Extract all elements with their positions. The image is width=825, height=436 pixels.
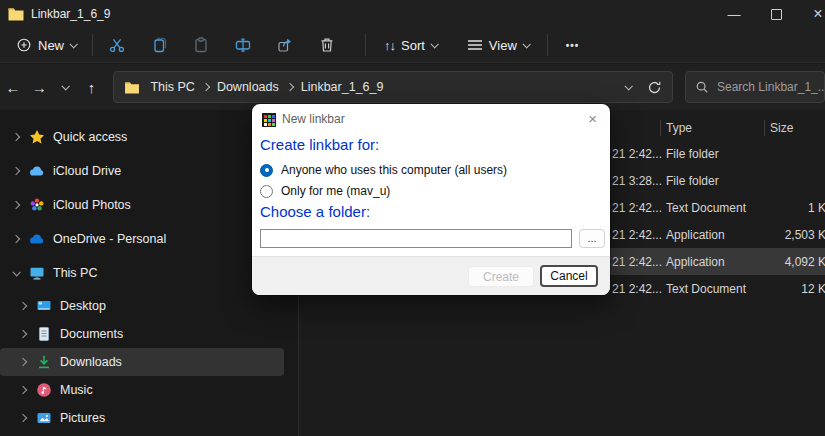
minimize-icon: — [728, 7, 741, 22]
recent-locations-button[interactable] [52, 72, 78, 102]
linkbar-app-icon [262, 113, 276, 127]
sort-button-label: Sort [401, 38, 425, 53]
new-button[interactable]: New [10, 31, 82, 59]
onedrive-cloud-icon [29, 231, 45, 247]
close-icon: × [588, 110, 597, 127]
toolbar: New ↑↓ Sort [0, 28, 825, 63]
create-button[interactable]: Create [468, 266, 534, 287]
view-button[interactable]: View [459, 31, 537, 59]
chevron-down-icon [62, 82, 70, 90]
minimize-button[interactable]: — [713, 0, 755, 28]
copy-button[interactable] [145, 31, 173, 59]
close-icon: × [813, 5, 822, 23]
sidebar-item-label: This PC [53, 266, 97, 280]
photos-flower-icon [29, 197, 45, 213]
chevron-right-icon[interactable] [15, 298, 31, 314]
dialog-close-button[interactable]: × [588, 109, 597, 129]
address-dropdown-chevron-icon[interactable] [624, 82, 632, 90]
folder-icon [124, 81, 140, 94]
dialog-footer: Create Cancel [252, 256, 610, 295]
cancel-button[interactable]: Cancel [540, 265, 598, 287]
close-button[interactable]: × [797, 0, 825, 28]
more-dots-icon: ••• [566, 40, 580, 51]
sidebar-item-label: Pictures [60, 411, 105, 425]
sidebar-item-icloud-drive[interactable]: iCloud Drive [0, 156, 284, 186]
up-button[interactable]: ↑ [78, 72, 104, 102]
address-breadcrumb-bar[interactable]: This PC Downloads Linkbar_1_6_9 [113, 71, 673, 103]
chevron-right-icon[interactable] [15, 354, 31, 370]
toolbar-separator [547, 34, 548, 56]
chevron-right-icon [285, 83, 293, 91]
sidebar-item-this-pc[interactable]: This PC [0, 258, 284, 288]
sidebar-item-label: OneDrive - Personal [53, 232, 166, 246]
sidebar-item-label: Quick access [53, 130, 127, 144]
rename-icon [234, 36, 252, 54]
maximize-button[interactable] [755, 0, 797, 28]
browse-button[interactable]: ... [579, 229, 605, 248]
rename-button[interactable] [229, 31, 257, 59]
sidebar-item-downloads[interactable]: Downloads [0, 348, 284, 376]
column-header-type[interactable]: Type [666, 121, 692, 135]
sidebar-item-onedrive[interactable]: OneDrive - Personal [0, 224, 284, 254]
cell-type: File folder [666, 147, 719, 161]
folder-path-input[interactable] [260, 229, 572, 248]
sidebar-item-label: Desktop [60, 299, 106, 313]
radio-selected-icon[interactable] [260, 164, 273, 177]
pictures-icon [36, 410, 52, 426]
paste-button[interactable] [187, 31, 215, 59]
toolbar-separator [365, 34, 366, 56]
cell-date-modified: 21 2:42... [612, 228, 662, 242]
chevron-right-icon[interactable] [15, 410, 31, 426]
column-separator[interactable] [764, 120, 765, 136]
sidebar-item-pictures[interactable]: Pictures [0, 404, 284, 432]
chevron-right-icon[interactable] [15, 382, 31, 398]
column-separator[interactable] [660, 120, 661, 136]
view-button-label: View [489, 38, 517, 53]
back-button[interactable]: ← [0, 72, 26, 102]
chevron-right-icon[interactable] [8, 231, 24, 247]
radio-only-me[interactable]: Only for me (mav_u) [260, 183, 390, 199]
breadcrumb-downloads[interactable]: Downloads [213, 80, 283, 94]
radio-unselected-icon[interactable] [260, 185, 273, 198]
cell-size: 2,503 KB [704, 228, 825, 242]
refresh-icon[interactable] [647, 80, 662, 95]
sort-button[interactable]: ↑↓ Sort [376, 31, 445, 59]
column-header-size[interactable]: Size [770, 121, 793, 135]
share-icon [276, 36, 294, 54]
maximize-icon [771, 9, 782, 20]
chevron-right-icon[interactable] [8, 197, 24, 213]
radio-all-users[interactable]: Anyone who uses this computer (all users… [260, 162, 507, 178]
search-placeholder: Search Linkbar_1_... [717, 80, 825, 94]
scissors-icon [108, 36, 126, 54]
create-linkbar-heading: Create linkbar for: [260, 136, 379, 153]
forward-button[interactable]: → [26, 72, 52, 102]
breadcrumb-this-pc[interactable]: This PC [146, 80, 198, 94]
document-icon [36, 326, 52, 342]
delete-button[interactable] [313, 31, 341, 59]
sidebar-item-music[interactable]: Music [0, 376, 284, 404]
more-options-button[interactable]: ••• [558, 31, 588, 59]
chevron-down-icon [69, 40, 77, 48]
browse-button-label: ... [587, 233, 596, 244]
search-input[interactable]: Search Linkbar_1_... [685, 71, 825, 103]
chevron-right-icon[interactable] [8, 129, 24, 145]
breadcrumb-current-folder[interactable]: Linkbar_1_6_9 [297, 80, 388, 94]
search-icon [695, 80, 709, 94]
sidebar-item-quick-access[interactable]: Quick access [0, 122, 284, 152]
sidebar-item-desktop[interactable]: Desktop [0, 292, 284, 320]
chevron-right-icon[interactable] [8, 163, 24, 179]
sidebar-item-icloud-photos[interactable]: iCloud Photos [0, 190, 284, 220]
chevron-down-icon[interactable] [8, 265, 24, 281]
chevron-right-icon[interactable] [15, 326, 31, 342]
cancel-button-label: Cancel [550, 269, 587, 283]
view-lines-icon [467, 38, 483, 52]
dialog-title: New linkbar [282, 112, 345, 126]
cut-button[interactable] [103, 31, 131, 59]
radio-all-users-label: Anyone who uses this computer (all users… [281, 163, 507, 177]
cell-size: 12 KB [704, 282, 825, 296]
sidebar-item-documents[interactable]: Documents [0, 320, 284, 348]
chevron-right-icon [202, 83, 210, 91]
cell-size: 4,092 KB [704, 255, 825, 269]
folder-icon [8, 7, 24, 21]
share-button[interactable] [271, 31, 299, 59]
